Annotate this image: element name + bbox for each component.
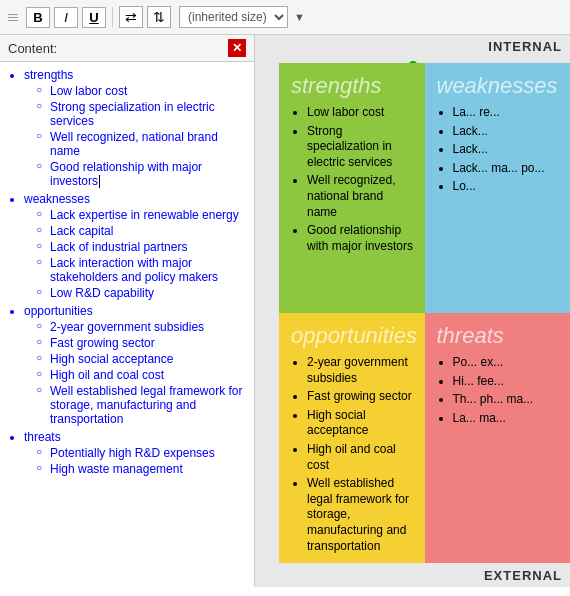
- list-item: Low R&D capability: [36, 286, 250, 300]
- right-panel: INTERNAL EXTERNAL POSITIVE strengths Low…: [255, 35, 570, 587]
- threats-cell: threats Po... ex... Hi... fee... Th... p…: [425, 313, 571, 563]
- opportunities-list: 2-year government subsidies Fast growing…: [291, 355, 415, 554]
- tree-item-label[interactable]: opportunities: [24, 304, 93, 318]
- toolbar: B I U ⇄ ⇅ (inherited size) ▼: [0, 0, 570, 35]
- tree-item-label[interactable]: threats: [24, 430, 61, 444]
- list-item: High social acceptance: [36, 352, 250, 366]
- list-item: Potentially high R&D expenses: [36, 446, 250, 460]
- list-item: weaknesses Lack expertise in renewable e…: [24, 192, 250, 300]
- external-label: EXTERNAL: [484, 568, 562, 583]
- weaknesses-children: Lack expertise in renewable energy Lack …: [24, 208, 250, 300]
- weaknesses-cell: weaknesses La... re... Lack... Lack... L…: [425, 63, 571, 313]
- list-item: Strong specialization in electric servic…: [36, 100, 250, 128]
- list-item: High waste management: [36, 462, 250, 476]
- list-item: Th... ph... ma...: [453, 392, 561, 408]
- list-item: opportunities 2-year government subsidie…: [24, 304, 250, 426]
- left-panel: Content: ✕ strengths Low labor cost Stro…: [0, 35, 255, 587]
- threats-children: Potentially high R&D expenses High waste…: [24, 446, 250, 476]
- list-item: Lack interaction with major stakeholders…: [36, 256, 250, 284]
- list-item: Lack of industrial partners: [36, 240, 250, 254]
- list-item: Well recognized, national brand name: [36, 130, 250, 158]
- list-item: Strong specialization in electric servic…: [307, 124, 415, 171]
- list-item: Lack...: [453, 142, 561, 158]
- close-button[interactable]: ✕: [228, 39, 246, 57]
- internal-label: INTERNAL: [488, 39, 562, 54]
- list-item: Well established legal framework for sto…: [307, 476, 415, 554]
- list-item: Good relationship with major investors: [307, 223, 415, 254]
- strengths-children: Low labor cost Strong specialization in …: [24, 84, 250, 188]
- list-item: Lack...: [453, 124, 561, 140]
- weaknesses-title: weaknesses: [437, 73, 561, 99]
- threats-title: threats: [437, 323, 561, 349]
- list-item: Low labor cost: [36, 84, 250, 98]
- weaknesses-list: La... re... Lack... Lack... Lack... ma..…: [437, 105, 561, 195]
- list-item: Lack capital: [36, 224, 250, 238]
- list-item: Hi... fee...: [453, 374, 561, 390]
- strengths-cell: strengths Low labor cost Strong speciali…: [279, 63, 425, 313]
- strengths-title: strengths: [291, 73, 415, 99]
- italic-button[interactable]: I: [54, 7, 78, 28]
- content-label: Content:: [8, 41, 57, 56]
- strengths-list: Low labor cost Strong specialization in …: [291, 105, 415, 254]
- list-item: Low labor cost: [307, 105, 415, 121]
- underline-button[interactable]: U: [82, 7, 106, 28]
- list-item: High oil and coal cost: [36, 368, 250, 382]
- list-item: Well recognized, national brand name: [307, 173, 415, 220]
- text-cursor: [99, 175, 100, 188]
- main-area: Content: ✕ strengths Low labor cost Stro…: [0, 35, 570, 587]
- list-item: Lo...: [453, 179, 561, 195]
- list-item: High oil and coal cost: [307, 442, 415, 473]
- list-item: threats Potentially high R&D expenses Hi…: [24, 430, 250, 476]
- list-item: 2-year government subsidies: [307, 355, 415, 386]
- align-right-button[interactable]: ⇅: [147, 6, 171, 28]
- drag-handle[interactable]: [8, 14, 18, 21]
- opportunities-cell: opportunities 2-year government subsidie…: [279, 313, 425, 563]
- opportunities-title: opportunities: [291, 323, 415, 349]
- align-left-button[interactable]: ⇄: [119, 6, 143, 28]
- bold-button[interactable]: B: [26, 7, 50, 28]
- swot-grid: strengths Low labor cost Strong speciali…: [279, 63, 570, 563]
- content-header: Content: ✕: [0, 35, 254, 62]
- list-item: Well established legal framework for sto…: [36, 384, 250, 426]
- list-item: Lack... ma... po...: [453, 161, 561, 177]
- separator-1: [112, 7, 113, 27]
- list-item: High social acceptance: [307, 408, 415, 439]
- tree-root: strengths Low labor cost Strong speciali…: [4, 68, 250, 476]
- font-size-select[interactable]: (inherited size): [179, 6, 288, 28]
- tree-item-label[interactable]: strengths: [24, 68, 73, 82]
- list-item: Po... ex...: [453, 355, 561, 371]
- list-item: La... ma...: [453, 411, 561, 427]
- dropdown-arrow-icon: ▼: [294, 11, 305, 23]
- list-item: strengths Low labor cost Strong speciali…: [24, 68, 250, 188]
- list-item: La... re...: [453, 105, 561, 121]
- list-item: Lack expertise in renewable energy: [36, 208, 250, 222]
- opportunities-children: 2-year government subsidies Fast growing…: [24, 320, 250, 426]
- list-item: Good relationship with major investors: [36, 160, 250, 188]
- list-item: 2-year government subsidies: [36, 320, 250, 334]
- threats-list: Po... ex... Hi... fee... Th... ph... ma.…: [437, 355, 561, 426]
- tree-scroll[interactable]: strengths Low labor cost Strong speciali…: [0, 62, 254, 587]
- list-item: Fast growing sector: [36, 336, 250, 350]
- list-item: Fast growing sector: [307, 389, 415, 405]
- tree-item-label[interactable]: weaknesses: [24, 192, 90, 206]
